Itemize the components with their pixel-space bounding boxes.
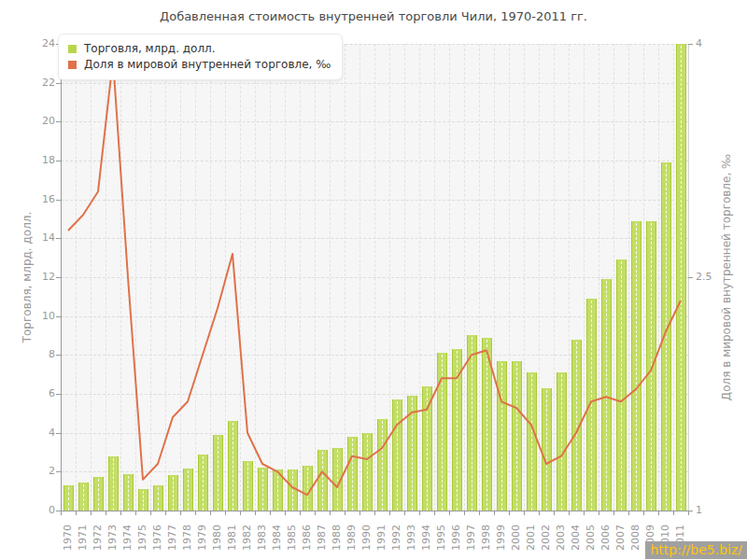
y-tick-label-left: 14: [21, 231, 55, 244]
y-tick-label-left: 16: [21, 193, 55, 205]
y-tick-label-left: 24: [21, 37, 55, 49]
x-axis-tick: [658, 511, 659, 515]
x-axis-tick: [315, 511, 316, 515]
x-tick-label: 1972: [92, 519, 104, 556]
legend-item-share[interactable]: Доля в мировой внутренней торговле, ‰: [68, 57, 331, 73]
x-tick-label: 1996: [451, 519, 462, 556]
x-tick-label: 1974: [122, 519, 134, 556]
x-axis-tick: [554, 511, 555, 515]
x-tick-label: 2008: [630, 519, 641, 556]
x-axis-tick: [120, 511, 121, 515]
x-axis-tick: [494, 511, 495, 515]
x-tick-label: 1992: [391, 519, 402, 556]
legend-item-trade[interactable]: Торговля, млрд. долл.: [68, 41, 331, 57]
x-axis-tick: [374, 511, 375, 515]
x-axis-tick: [643, 511, 644, 515]
legend-label-share: Доля в мировой внутренней торговле, ‰: [84, 57, 331, 73]
legend-label-trade: Торговля, млрд. долл.: [84, 41, 216, 57]
chart-container: Добавленная стоимость внутренней торговл…: [0, 0, 747, 560]
x-axis-tick: [210, 511, 211, 515]
right-axis-tick: [688, 277, 693, 278]
legend-marker-share: [68, 61, 77, 69]
share-line: [68, 60, 681, 496]
right-axis-tick: [688, 44, 693, 45]
x-axis-tick: [509, 511, 510, 515]
x-axis-tick: [419, 511, 420, 515]
x-tick-label: 1979: [197, 519, 208, 556]
x-tick-label: 1988: [331, 519, 343, 556]
x-tick-label: 1990: [361, 519, 373, 556]
y-tick-label-left: 20: [21, 115, 55, 127]
x-tick-label: 2004: [571, 519, 582, 556]
x-tick-label: 1982: [242, 519, 253, 556]
y-tick-label-left: 12: [21, 271, 55, 283]
x-tick-label: 1987: [317, 519, 328, 556]
x-tick-label: 1986: [302, 519, 313, 556]
x-axis-tick: [569, 511, 570, 515]
x-axis-tick: [584, 511, 585, 515]
x-axis-tick: [135, 511, 136, 515]
x-axis-tick: [285, 511, 286, 515]
x-tick-label: 2003: [556, 519, 567, 556]
x-axis-tick: [61, 511, 62, 515]
x-tick-label: 1977: [167, 519, 178, 556]
x-tick-label: 2006: [600, 519, 612, 556]
y-tick-label-left: 4: [21, 427, 55, 439]
x-tick-label: 1989: [346, 519, 358, 556]
y-tick-label-left: 6: [21, 387, 55, 399]
x-tick-label: 1978: [182, 519, 193, 556]
y-tick-label-right: 2.5: [696, 271, 724, 283]
share-line-chart: [61, 44, 688, 511]
x-axis-tick: [673, 511, 674, 515]
y-tick-label-left: 0: [21, 504, 55, 516]
y-tick-label-left: 18: [21, 154, 55, 166]
x-tick-label: 1981: [227, 519, 238, 556]
legend: Торговля, млрд. долл. Доля в мировой вну…: [58, 34, 343, 80]
x-tick-label: 2001: [526, 519, 537, 556]
x-axis-tick: [404, 511, 405, 515]
x-tick-label: 2007: [615, 519, 627, 556]
x-tick-label: 1976: [152, 519, 163, 556]
watermark-link[interactable]: http://be5.biz/: [645, 541, 747, 559]
x-axis-tick: [91, 511, 92, 515]
x-axis-tick: [240, 511, 241, 515]
x-tick-label: 1995: [436, 519, 447, 556]
x-axis-tick: [165, 511, 166, 515]
x-tick-label: 1983: [257, 519, 268, 556]
x-axis-tick: [255, 511, 256, 515]
y-tick-label-left: 2: [21, 465, 55, 477]
y-tick-label-left: 8: [21, 348, 55, 360]
x-axis-tick: [449, 511, 450, 515]
x-axis-tick: [106, 511, 106, 515]
x-axis-tick: [345, 511, 345, 515]
x-tick-label: 2000: [511, 519, 522, 556]
x-axis-tick: [524, 511, 525, 515]
x-axis-tick: [180, 511, 181, 515]
x-tick-label: 1997: [466, 519, 477, 556]
x-tick-label: 1994: [421, 519, 432, 556]
x-tick-label: 1991: [376, 519, 388, 556]
y-tick-label-left: 22: [21, 77, 55, 89]
x-tick-label: 1985: [287, 519, 298, 556]
x-axis-tick: [613, 511, 614, 515]
x-axis-tick: [270, 511, 271, 515]
legend-marker-trade: [68, 45, 77, 53]
x-axis-tick: [76, 511, 77, 515]
x-tick-label: 1993: [406, 519, 417, 556]
x-tick-label: 1999: [496, 519, 507, 556]
x-axis-tick: [539, 511, 540, 515]
x-tick-label: 1973: [107, 519, 119, 556]
x-tick-label: 1998: [481, 519, 492, 556]
x-tick-label: 2005: [585, 519, 597, 556]
x-axis-tick: [464, 511, 465, 515]
x-axis-tick: [195, 511, 196, 515]
chart-title: Добавленная стоимость внутренней торговл…: [0, 9, 747, 23]
x-tick-label: 1980: [212, 519, 223, 556]
y-tick-label-right: 4: [696, 37, 724, 49]
x-tick-label: 1975: [137, 519, 148, 556]
x-axis-tick: [479, 511, 480, 515]
x-tick-label: 1984: [272, 519, 283, 556]
x-axis-tick: [300, 511, 301, 515]
x-axis-tick: [599, 511, 599, 515]
x-tick-label: 1970: [63, 519, 74, 556]
